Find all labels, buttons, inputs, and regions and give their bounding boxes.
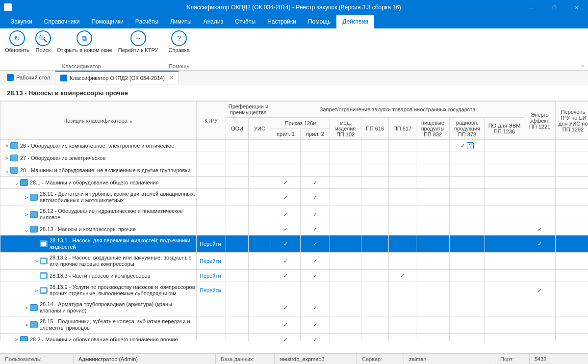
col-energy[interactable]: Энерго эффект. ПП 1221 [524, 102, 556, 140]
node-text: 28.13.3 - Части насосов и компрессоров [50, 273, 151, 279]
expand-icon[interactable]: > [3, 143, 10, 149]
folder-icon [10, 142, 18, 149]
ribbon-справка[interactable]: ?Справка [165, 29, 192, 54]
col-preferences[interactable]: Преференции и преимущества [226, 102, 271, 118]
col-pp617[interactable]: ПП 617 [389, 118, 416, 140]
ribbon-открыть в[interactable]: ⧉Открыть в новом окне [54, 29, 115, 54]
tree-row[interactable]: >28.14 - Арматура трубопроводная (армату… [0, 299, 588, 316]
cell-uis [249, 223, 271, 235]
statusbar: Пользователь: Администратор (Admin) База… [0, 353, 588, 364]
menu-настройки[interactable]: Настройки [261, 15, 302, 28]
menu-анализ[interactable]: Анализ [198, 15, 230, 28]
tree-row[interactable]: 28.13.3 - Части насосов и компрессоровПе… [0, 270, 588, 282]
col-ban-group[interactable]: Запрет/ограничение закупки товаров иност… [271, 102, 524, 118]
doc-tab[interactable]: Рабочий стол [2, 71, 55, 84]
classifier-grid[interactable]: Позиция классификатора ▲ КТРУ Преференци… [0, 101, 588, 341]
tree-row[interactable]: ⌄28.13 - Насосы и компрессоры прочие✓✓✓ [0, 223, 588, 235]
status-port-label: Порт: [500, 356, 514, 362]
maximize-button[interactable]: ☐ [543, 0, 565, 15]
ribbon-обновить[interactable]: ↻Обновить [2, 29, 32, 54]
menu-действия[interactable]: Действия [336, 15, 374, 28]
col-med[interactable]: мед. изделия ПП 102 [330, 118, 361, 140]
close-button[interactable]: ✕ [565, 0, 588, 15]
tree-row[interactable]: >28.15 - Подшипники, зубчатые колеса, зу… [0, 316, 588, 334]
col-pril1[interactable]: прил. 1 [271, 129, 301, 140]
menu-помощники[interactable]: Помощники [85, 15, 129, 28]
tree-row[interactable]: >28.13.1 - Насосы для перекачки жидкосте… [0, 235, 588, 253]
ktru-link[interactable]: Перейти [197, 241, 221, 247]
cell-radio [450, 177, 485, 189]
ribbon-collapse-icon[interactable]: ⌵ [581, 62, 584, 68]
expand-icon[interactable]: > [23, 305, 30, 311]
expand-icon[interactable]: > [3, 155, 10, 161]
col-ktru[interactable]: КТРУ [197, 102, 226, 140]
ribbon-перейти[interactable]: →Перейти к КТРУ [115, 29, 161, 54]
tree-row[interactable]: >26 - Оборудование компьютерное, электро… [0, 140, 588, 152]
cell-food [416, 164, 450, 177]
tree-row[interactable]: >28.13.9 - Услуги по производству насосо… [0, 282, 588, 299]
cell-ooi [226, 152, 249, 164]
folder-open-icon [20, 179, 28, 186]
expand-icon[interactable]: > [23, 322, 30, 328]
expand-icon[interactable]: > [33, 258, 40, 264]
ribbon-label: Справка [168, 47, 189, 53]
cell-pp616 [361, 189, 389, 206]
expand-icon[interactable]: > [33, 241, 40, 247]
expand-icon[interactable]: > [33, 287, 40, 294]
tree-row[interactable]: ⌄28 - Машины и оборудование, не включенн… [0, 164, 588, 177]
menu-помощь[interactable]: Помощь [302, 15, 336, 28]
cell-pril2 [301, 140, 330, 152]
menu-отчёты[interactable]: Отчёты [229, 15, 261, 28]
cell-evm [485, 152, 524, 164]
col-pril2[interactable]: прил. 2 [301, 129, 330, 140]
cell-energy [524, 334, 556, 341]
cell-energy [524, 164, 556, 177]
cell-med [330, 177, 361, 189]
ribbon-поиск[interactable]: 🔍Поиск [32, 29, 54, 54]
cell-energy [524, 270, 556, 282]
expand-icon[interactable]: ⌄ [3, 167, 10, 174]
menu-закупки[interactable]: Закупки [5, 15, 38, 28]
col-pp616[interactable]: ПП 616 [361, 118, 389, 140]
cell-pp616 [361, 164, 389, 177]
tree-row[interactable]: >28.12 - Оборудование гидравлическое и п… [0, 206, 588, 223]
cell-pp617 [389, 223, 416, 235]
node-text: 28 - Машины и оборудование, не включенны… [20, 167, 190, 174]
cell-pp617: ✓ [389, 270, 416, 282]
ktru-link[interactable]: Перейти [197, 258, 221, 264]
expand-icon[interactable]: > [23, 194, 30, 201]
minimize-button[interactable]: — [520, 0, 543, 15]
cell-med [330, 235, 361, 253]
menu-лимиты[interactable]: Лимиты [164, 15, 198, 28]
tree-row[interactable]: ⌄28.1 - Машины и оборудование общего наз… [0, 177, 588, 189]
cell-pp616 [361, 253, 389, 270]
col-food[interactable]: пищевые продукты ПП 832 [416, 118, 450, 140]
tree-row[interactable]: >27 - Оборудование электрическое [0, 152, 588, 164]
tab-close-icon[interactable]: ✕ [169, 75, 174, 81]
ktru-link[interactable]: Перейти [197, 287, 221, 293]
col-prikaz[interactable]: Приказ 126н [271, 118, 330, 129]
expand-icon[interactable]: ⌄ [13, 180, 20, 186]
tree-row[interactable]: >28.13.2 - Насосы воздушные или вакуумны… [0, 253, 588, 270]
col-uis[interactable]: УИС [249, 118, 271, 140]
col-radio[interactable]: радиоэл. продукция ПП 878 [450, 118, 485, 140]
col-evm[interactable]: ПО для ЭВМ ПП 1236 [485, 118, 524, 140]
expand-icon[interactable]: > [13, 337, 20, 341]
status-port: 5432 [535, 356, 546, 362]
col-tru[interactable]: Перечень ТРУ по ЕИ для УИС по ПП 1292 [556, 102, 588, 140]
help-icon[interactable]: ? [467, 142, 474, 149]
menu-справочники[interactable]: Справочники [38, 15, 86, 28]
menu-расчёты[interactable]: Расчёты [129, 15, 164, 28]
doc-tab[interactable]: Классификатор ОКПД2 (ОК 034-2014)✕ [55, 71, 179, 84]
col-position[interactable]: Позиция классификатора ▲ [0, 102, 197, 140]
node-text: 28.13 - Насосы и компрессоры прочие [40, 226, 136, 233]
col-ooi[interactable]: ООИ [226, 118, 249, 140]
tree-row[interactable]: >28.2 - Машины и оборудование общего наз… [0, 334, 588, 341]
folder-icon [10, 155, 18, 161]
expand-icon[interactable]: > [23, 211, 30, 218]
expand-icon[interactable]: ⌄ [23, 226, 30, 233]
cell-pril1: ✓ [271, 235, 301, 253]
window-controls: — ☐ ✕ [520, 0, 588, 15]
tree-row[interactable]: >28.11 - Двигатели и турбины, кроме двиг… [0, 189, 588, 206]
ktru-link[interactable]: Перейти [197, 273, 221, 279]
